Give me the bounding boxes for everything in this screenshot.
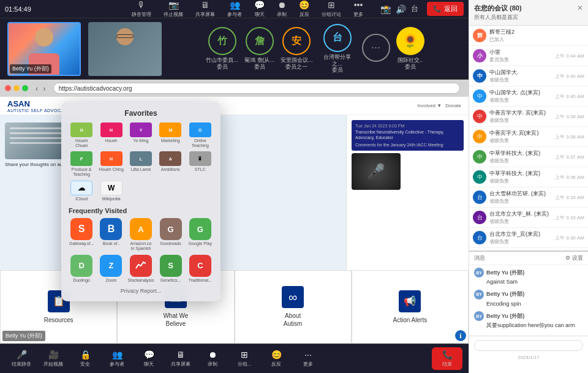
privacy-report[interactable]: Privacy Report... bbox=[69, 288, 213, 294]
emoji-name-1: 菊鴻 詹(从...委员 bbox=[244, 57, 274, 70]
fav-item-6[interactable]: P Produce & Teaching bbox=[69, 151, 94, 176]
emoji-participant-3[interactable]: 台 台湾帮分享之...委员 bbox=[319, 24, 356, 73]
toolbar-record[interactable]: ⏺ 录制 bbox=[277, 0, 287, 18]
breakout-btn[interactable]: ⊞ 分组... bbox=[229, 347, 260, 370]
nav-donate[interactable]: Donate bbox=[445, 103, 461, 108]
end-button[interactable]: 📞 返回 bbox=[427, 2, 464, 16]
chat-item-9[interactable]: 台 台北市立大学_林. (来宾) 省级负责 上午 3:33 AM bbox=[469, 208, 588, 228]
freq-book[interactable]: B Book of.. bbox=[98, 218, 124, 251]
fav-item-9[interactable]: A Ambitions bbox=[157, 151, 183, 176]
fav-item-8[interactable]: L Litta Lamb bbox=[128, 151, 154, 176]
site-card-alerts[interactable]: 📢 Action Alerts bbox=[352, 270, 469, 344]
share-btn[interactable]: 🖥 共享屏幕 bbox=[165, 347, 196, 370]
freq-goodreads[interactable]: G Goodreads bbox=[157, 218, 183, 251]
chat-item-5[interactable]: 中 中善宾字大.宾(来宾) 省级负责 上午 3:38 AM bbox=[469, 127, 588, 147]
back-button[interactable]: ‹ bbox=[34, 84, 39, 93]
freq-amazon[interactable]: A Amazon.coIn Spanish bbox=[128, 218, 154, 251]
toolbar-audio[interactable]: 🎙 静音管理 bbox=[132, 0, 151, 18]
record-btn[interactable]: ⏺ 录制 bbox=[197, 347, 228, 370]
fav-item-7[interactable]: H Hsueh Ching bbox=[98, 151, 124, 176]
fav-icon-6: P bbox=[70, 151, 92, 166]
toolbar-video[interactable]: 📷 停止视频 bbox=[164, 0, 183, 18]
fav-item-wiki[interactable]: W Wikipedia bbox=[98, 181, 124, 202]
video-btn[interactable]: 🎥 开始视频 bbox=[38, 347, 69, 370]
more-btn[interactable]: ··· 更多 bbox=[293, 347, 323, 370]
fav-label-7: Hsueh Ching bbox=[99, 167, 123, 172]
chat-role-8: 省级负责 bbox=[489, 198, 552, 205]
asan-nav[interactable]: Involved ▼ Donate bbox=[417, 103, 461, 108]
info-button[interactable]: ℹ bbox=[455, 330, 466, 341]
toolbar-participants[interactable]: 👥 参与者 bbox=[227, 0, 242, 18]
freq-genetics[interactable]: S Genetics... bbox=[157, 255, 183, 283]
freq-title: Frequently Visited bbox=[69, 207, 213, 214]
freq-label-book: Book of.. bbox=[103, 241, 120, 246]
chat-item-1[interactable]: 小 小雷 委员负责 上午 3:44 AM bbox=[469, 46, 588, 66]
share2-icon[interactable]: 台 bbox=[411, 4, 418, 14]
emoji-participant-1[interactable]: 詹 菊鴻 詹(从...委员 bbox=[244, 27, 274, 70]
chat-item-10[interactable]: 台 台北市立学_宾(来宾) 省级负责 上午 3:30 AM bbox=[469, 228, 588, 248]
emoji-participant-0[interactable]: 竹 竹山市委員...委员 bbox=[206, 27, 238, 70]
chat-close-button[interactable]: ✕ bbox=[577, 4, 583, 12]
chat-role-7: 省级负责 bbox=[489, 178, 552, 184]
record-label: 录制 bbox=[277, 11, 287, 18]
freq-sf[interactable]: S Gateway.sf... bbox=[69, 218, 94, 251]
chat-item-2[interactable]: 中 中山国学大. 省级负责 上午 3:40 AM bbox=[469, 66, 588, 86]
toolbar-chat[interactable]: 💬 聊天 bbox=[254, 0, 265, 18]
chat-info-7: 中草字科技大. (来宾) 省级负责 bbox=[489, 170, 552, 184]
forward-button[interactable]: › bbox=[42, 84, 47, 93]
chat-item-7[interactable]: 中 中草字科技大. (来宾) 省级负责 上午 3:36 AM bbox=[469, 167, 588, 187]
freq-google[interactable]: G Google Play bbox=[187, 218, 213, 251]
more2-icon[interactable]: 🔊 bbox=[396, 4, 406, 14]
chat-btn[interactable]: 💬 聊天 bbox=[134, 347, 164, 370]
fav-item-hsueh[interactable]: H Hsueh Chuan bbox=[69, 122, 94, 148]
browser-url-bar[interactable]: https://autisticadvocacy.org bbox=[53, 83, 460, 94]
fav-icon-4: M bbox=[159, 122, 181, 137]
fav-item-2[interactable]: H Hsueh bbox=[98, 122, 124, 148]
chat-item-6[interactable]: 中 中草学科技大. (来宾) 省级负责 上午 3:37 AM bbox=[469, 147, 588, 167]
site-card-autism[interactable]: ∞ AboutAutism bbox=[235, 270, 352, 344]
toolbar-share[interactable]: 🖥 共享屏幕 bbox=[195, 0, 215, 18]
fav-item-icloud[interactable]: ☁ iCloud bbox=[69, 181, 94, 202]
close-dot[interactable] bbox=[5, 85, 11, 91]
video-area: 01:54:49 🎙 静音管理 📷 停止视频 🖥 共享屏幕 👥 参与者 bbox=[0, 0, 469, 373]
fav-label-5: Online Teaching bbox=[187, 138, 213, 148]
chat-item-8[interactable]: 台 台大雪林功艺研. (来宾) 省级负责 上午 3:34 AM bbox=[469, 187, 588, 208]
freq-traditional[interactable]: C Traditional... bbox=[187, 255, 213, 283]
freq-duolingo[interactable]: D Duolingo bbox=[69, 255, 94, 283]
chat-item-4[interactable]: 中 中善言学大学. 宾(来宾) 省级负责 上午 3:39 AM bbox=[469, 107, 588, 127]
participants-btn[interactable]: 👥 参与者 bbox=[102, 347, 132, 370]
security-btn[interactable]: 🔒 安全 bbox=[70, 347, 100, 370]
emoji-participant-2[interactable]: 安 安里国会议...委员之一 bbox=[281, 27, 313, 70]
toolbar-reactions[interactable]: 😊 反应 bbox=[299, 0, 309, 18]
end-meeting-btn[interactable]: 📞 结束 bbox=[432, 347, 462, 370]
fav-item-4[interactable]: M Marketing bbox=[157, 122, 183, 148]
nav-involved[interactable]: Involved ▼ bbox=[417, 103, 442, 108]
freq-zoom[interactable]: Z Zoom bbox=[98, 255, 124, 283]
chat-name-5: 中善宾字大.宾(来宾) bbox=[489, 129, 552, 137]
chat-input[interactable] bbox=[474, 340, 583, 351]
freq-stock[interactable]: Stockanalysis bbox=[128, 255, 154, 283]
mute-button[interactable]: 🎤 结束静音 bbox=[6, 347, 37, 370]
reactions-btn[interactable]: 😊 反应 bbox=[261, 347, 292, 370]
more-participants[interactable]: ··· bbox=[362, 34, 390, 64]
participant-thumb-2[interactable] bbox=[88, 22, 162, 76]
fav-item-3[interactable]: Y Yo Ming bbox=[128, 122, 154, 148]
chat-msg-header: 消息 ⚙ 设置 bbox=[469, 252, 588, 265]
settings-icon[interactable]: ⚙ 设置 bbox=[565, 254, 583, 262]
toolbar-more[interactable]: ••• 更多 bbox=[353, 0, 363, 18]
chat-name-6: 中草学科技大. (来宾) bbox=[489, 149, 552, 157]
toolbar-breakout[interactable]: ⊞ 分组讨论 bbox=[322, 0, 341, 18]
msg-text-1: Encoding spin bbox=[474, 301, 583, 308]
camera2-icon[interactable]: 📸 bbox=[380, 4, 391, 14]
maximize-dot[interactable] bbox=[22, 85, 28, 91]
emoji-name-3: 台湾帮分享之...委员 bbox=[319, 54, 356, 73]
minimize-dot[interactable] bbox=[13, 85, 20, 91]
participant-thumb-1[interactable]: Betty Yu (外部) bbox=[7, 22, 81, 76]
fav-item-stlc[interactable]: 📱 STLC bbox=[187, 151, 213, 176]
chat-item-3[interactable]: 中 中山国学大. 点(来宾) 省级负责 上午 3:40 AM bbox=[469, 86, 588, 107]
sun-participant[interactable]: 🌻 国际社交..委员 bbox=[396, 27, 424, 70]
website-content: ASAN AUTISTIC SELF ADVOCACY NET f t y i … bbox=[0, 97, 469, 344]
breakoutbtn-label: 分组... bbox=[238, 361, 252, 367]
chat-item-0[interactable]: 辉 辉哥三槌2 已加入 bbox=[469, 26, 588, 46]
fav-item-5[interactable]: O Online Teaching bbox=[187, 122, 213, 148]
